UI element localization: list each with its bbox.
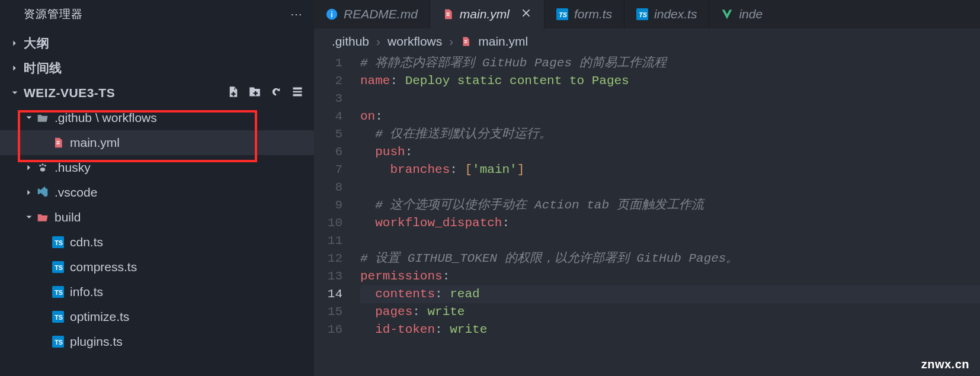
code-content[interactable]: # 将静态内容部署到 GitHub Pages 的简易工作流程name: Dep… — [353, 54, 980, 376]
chevron-down-icon — [9, 89, 20, 97]
folder-vscode[interactable]: .vscode — [0, 180, 314, 205]
vscode-icon — [34, 187, 51, 198]
vue-icon — [721, 8, 733, 20]
sidebar-header: 资源管理器 ⋯ — [0, 0, 314, 28]
new-folder-icon[interactable] — [249, 86, 261, 101]
chevron-down-icon — [24, 213, 34, 221]
tab-form-ts[interactable]: form.ts — [545, 0, 624, 28]
file-label: main.yml — [70, 136, 120, 150]
watermark: znwx.cn — [921, 358, 969, 371]
file-label: cdn.ts — [70, 235, 103, 249]
timeline-label: 时间线 — [24, 60, 62, 76]
file-plugins-ts[interactable]: plugins.ts — [0, 329, 314, 354]
tab-label: form.ts — [574, 7, 612, 21]
project-root[interactable]: WEIZ-VUE3-TS — [0, 81, 314, 105]
file-main-yml[interactable]: main.yml — [0, 130, 314, 155]
project-label: WEIZ-VUE3-TS — [24, 86, 115, 100]
folder-husky[interactable]: .husky — [0, 155, 314, 180]
file-label: compress.ts — [70, 260, 137, 274]
breadcrumb-seg[interactable]: .github — [332, 34, 369, 49]
folder-label: .github \ workflows — [55, 111, 157, 125]
tab-main-yml[interactable]: main.yml — [430, 0, 545, 28]
refresh-icon[interactable] — [270, 86, 282, 101]
ts-icon — [636, 8, 648, 20]
tab-readme[interactable]: README.md — [314, 0, 430, 28]
folder-icon — [34, 112, 51, 124]
collapse-icon[interactable] — [292, 86, 303, 101]
yaml-icon — [442, 8, 454, 20]
file-optimize-ts[interactable]: optimize.ts — [0, 304, 314, 329]
yaml-icon — [460, 36, 471, 47]
ts-icon — [50, 261, 66, 273]
code-editor[interactable]: 12345678910111213141516 # 将静态内容部署到 GitHu… — [314, 54, 980, 376]
file-label: plugins.ts — [70, 335, 123, 349]
folder-build[interactable]: build — [0, 205, 314, 230]
tab-label: inde — [739, 7, 763, 21]
chevron-right-icon — [24, 188, 34, 197]
file-info-ts[interactable]: info.ts — [0, 279, 314, 304]
chevron-right-icon — [9, 64, 20, 72]
breadcrumb[interactable]: .github › workflows › main.yml — [314, 28, 980, 54]
tab-index-ts[interactable]: index.ts — [624, 0, 709, 28]
tab-label: index.ts — [654, 7, 697, 21]
more-icon[interactable]: ⋯ — [290, 7, 302, 21]
file-label: info.ts — [70, 285, 103, 299]
editor-area: README.md main.yml form.ts index.ts inde… — [314, 0, 980, 376]
folder-github[interactable]: .github \ workflows — [0, 105, 314, 130]
tab-label: main.yml — [460, 7, 510, 21]
section-outline[interactable]: 大纲 — [0, 31, 314, 56]
breadcrumb-seg[interactable]: workflows — [387, 34, 442, 49]
folder-label: .husky — [55, 160, 91, 175]
folder-icon — [34, 211, 51, 223]
info-icon — [326, 8, 338, 20]
ts-icon — [50, 311, 66, 323]
file-label: optimize.ts — [70, 310, 129, 324]
new-file-icon[interactable] — [228, 86, 239, 101]
chevron-right-icon: › — [376, 34, 380, 49]
yaml-icon — [50, 137, 66, 149]
chevron-down-icon — [24, 114, 34, 122]
file-tree: 大纲 时间线 WEIZ-VUE3-TS .github \ workflows … — [0, 28, 314, 376]
file-compress-ts[interactable]: compress.ts — [0, 255, 314, 279]
tab-vue[interactable]: inde — [709, 0, 774, 28]
ts-icon — [556, 8, 568, 20]
folder-label: build — [55, 210, 81, 224]
close-icon[interactable] — [520, 7, 532, 22]
breadcrumb-seg[interactable]: main.yml — [478, 34, 528, 49]
chevron-right-icon — [9, 39, 20, 47]
ts-icon — [50, 286, 66, 298]
tab-label: README.md — [344, 7, 418, 21]
explorer-sidebar: 资源管理器 ⋯ 大纲 时间线 WEIZ-VUE3-TS .github \ wo… — [0, 0, 314, 376]
section-timeline[interactable]: 时间线 — [0, 56, 314, 81]
folder-label: .vscode — [55, 185, 97, 200]
chevron-right-icon — [24, 163, 34, 172]
chevron-right-icon: › — [449, 34, 453, 49]
project-actions — [228, 86, 314, 101]
outline-label: 大纲 — [24, 35, 49, 52]
tab-bar: README.md main.yml form.ts index.ts inde — [314, 0, 980, 28]
ts-icon — [50, 336, 66, 348]
line-gutter: 12345678910111213141516 — [314, 54, 353, 376]
sidebar-title: 资源管理器 — [24, 7, 290, 22]
paw-icon — [34, 162, 51, 173]
ts-icon — [50, 236, 66, 248]
file-cdn-ts[interactable]: cdn.ts — [0, 230, 314, 255]
